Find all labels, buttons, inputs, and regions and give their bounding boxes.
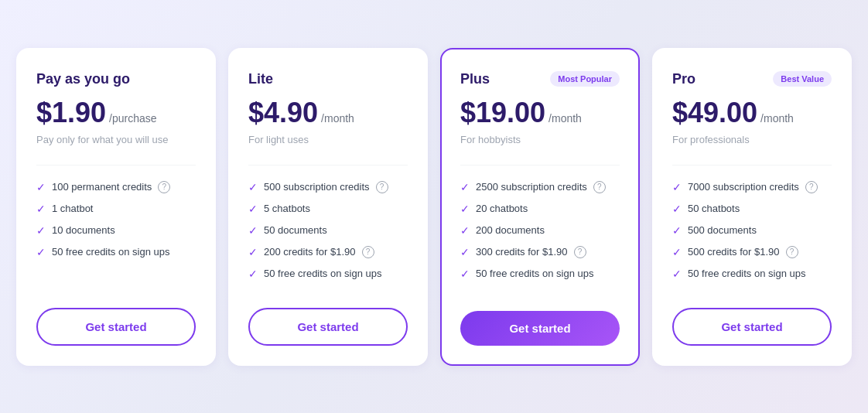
check-icon: ✓ bbox=[672, 246, 682, 258]
info-icon[interactable]: ? bbox=[158, 181, 170, 193]
check-icon: ✓ bbox=[248, 224, 258, 237]
feature-text: 300 credits for $1.90 bbox=[476, 246, 568, 258]
feature-text: 500 subscription credits bbox=[264, 181, 370, 193]
divider bbox=[248, 165, 408, 166]
plan-description-plus: For hobbyists bbox=[460, 134, 620, 149]
feature-text: 7000 subscription credits bbox=[688, 181, 799, 193]
features-list-pay-as-you-go: ✓ 100 permanent credits ? ✓ 1 chatbot ✓ … bbox=[36, 181, 196, 289]
info-icon[interactable]: ? bbox=[376, 181, 388, 193]
check-icon: ✓ bbox=[36, 181, 46, 193]
feature-item: ✓ 50 free credits on sign ups bbox=[248, 268, 408, 280]
feature-text: 50 free credits on sign ups bbox=[52, 246, 169, 258]
price-amount-pay-as-you-go: $1.90 bbox=[36, 97, 106, 129]
plan-name-pro: Pro bbox=[672, 71, 695, 87]
plan-name-pay-as-you-go: Pay as you go bbox=[36, 71, 130, 87]
plan-description-pay-as-you-go: Pay only for what you will use bbox=[36, 134, 196, 149]
check-icon: ✓ bbox=[460, 224, 470, 237]
feature-text: 50 free credits on sign ups bbox=[264, 268, 381, 279]
plan-badge-plus: Most Popular bbox=[550, 71, 620, 87]
features-list-lite: ✓ 500 subscription credits ? ✓ 5 chatbot… bbox=[248, 181, 408, 289]
check-icon: ✓ bbox=[248, 268, 258, 280]
feature-text: 500 documents bbox=[688, 224, 757, 236]
price-period-pro: /month bbox=[760, 112, 794, 125]
feature-item: ✓ 500 credits for $1.90 ? bbox=[672, 246, 832, 258]
pricing-container: Pay as you go $1.90 /purchase Pay only f… bbox=[16, 48, 852, 366]
feature-item: ✓ 500 documents bbox=[672, 224, 832, 237]
feature-item: ✓ 50 chatbots bbox=[672, 203, 832, 215]
plan-card-pro: Pro Best Value $49.00 /month For profess… bbox=[652, 48, 852, 366]
price-amount-lite: $4.90 bbox=[248, 97, 318, 129]
feature-text: 100 permanent credits bbox=[52, 181, 152, 193]
feature-item: ✓ 50 free credits on sign ups bbox=[36, 246, 196, 258]
plan-card-plus: Plus Most Popular $19.00 /month For hobb… bbox=[440, 48, 640, 366]
check-icon: ✓ bbox=[672, 203, 682, 215]
feature-item: ✓ 50 documents bbox=[248, 224, 408, 237]
plan-name-lite: Lite bbox=[248, 71, 273, 87]
plan-name-plus: Plus bbox=[460, 71, 490, 87]
cta-button-pay-as-you-go[interactable]: Get started bbox=[36, 308, 196, 346]
check-icon: ✓ bbox=[248, 181, 258, 193]
feature-text: 50 free credits on sign ups bbox=[476, 268, 593, 279]
feature-item: ✓ 500 subscription credits ? bbox=[248, 181, 408, 193]
check-icon: ✓ bbox=[460, 203, 470, 215]
info-icon[interactable]: ? bbox=[593, 181, 606, 193]
feature-item: ✓ 5 chatbots bbox=[248, 203, 408, 215]
feature-text: 500 credits for $1.90 bbox=[688, 246, 780, 258]
feature-item: ✓ 200 documents bbox=[460, 224, 620, 237]
price-row-pro: $49.00 /month bbox=[672, 97, 832, 129]
price-row-lite: $4.90 /month bbox=[248, 97, 408, 129]
plan-description-lite: For light uses bbox=[248, 134, 408, 149]
price-row-pay-as-you-go: $1.90 /purchase bbox=[36, 97, 196, 129]
feature-text: 10 documents bbox=[52, 224, 115, 236]
feature-item: ✓ 20 chatbots bbox=[460, 203, 620, 215]
divider bbox=[36, 165, 196, 166]
feature-text: 5 chatbots bbox=[264, 203, 310, 214]
features-list-pro: ✓ 7000 subscription credits ? ✓ 50 chatb… bbox=[672, 181, 832, 289]
check-icon: ✓ bbox=[460, 268, 470, 280]
feature-text: 1 chatbot bbox=[52, 203, 94, 214]
check-icon: ✓ bbox=[672, 224, 682, 237]
card-header: Lite bbox=[248, 71, 408, 87]
feature-item: ✓ 300 credits for $1.90 ? bbox=[460, 246, 620, 258]
plan-description-pro: For professionals bbox=[672, 134, 832, 149]
feature-item: ✓ 7000 subscription credits ? bbox=[672, 181, 832, 193]
feature-text: 20 chatbots bbox=[476, 203, 528, 214]
plan-card-lite: Lite $4.90 /month For light uses ✓ 500 s… bbox=[228, 48, 428, 366]
feature-text: 2500 subscription credits bbox=[476, 181, 587, 193]
feature-text: 200 credits for $1.90 bbox=[264, 246, 356, 258]
plan-card-pay-as-you-go: Pay as you go $1.90 /purchase Pay only f… bbox=[16, 48, 216, 366]
info-icon[interactable]: ? bbox=[574, 246, 586, 258]
price-period-plus: /month bbox=[548, 112, 582, 125]
check-icon: ✓ bbox=[248, 246, 258, 258]
check-icon: ✓ bbox=[36, 246, 46, 258]
card-header: Plus Most Popular bbox=[460, 71, 620, 87]
check-icon: ✓ bbox=[672, 181, 682, 193]
feature-text: 50 chatbots bbox=[688, 203, 740, 214]
cta-button-pro[interactable]: Get started bbox=[672, 308, 832, 346]
feature-item: ✓ 50 free credits on sign ups bbox=[672, 268, 832, 280]
features-list-plus: ✓ 2500 subscription credits ? ✓ 20 chatb… bbox=[460, 181, 620, 292]
check-icon: ✓ bbox=[36, 203, 46, 215]
info-icon[interactable]: ? bbox=[362, 246, 374, 258]
feature-text: 200 documents bbox=[476, 224, 545, 236]
price-period-lite: /month bbox=[321, 112, 354, 125]
price-row-plus: $19.00 /month bbox=[460, 97, 620, 129]
feature-text: 50 free credits on sign ups bbox=[688, 268, 805, 279]
divider bbox=[672, 165, 832, 166]
feature-item: ✓ 10 documents bbox=[36, 224, 196, 237]
price-amount-plus: $19.00 bbox=[460, 97, 545, 129]
info-icon[interactable]: ? bbox=[786, 246, 798, 258]
feature-item: ✓ 50 free credits on sign ups bbox=[460, 268, 620, 280]
feature-item: ✓ 2500 subscription credits ? bbox=[460, 181, 620, 193]
check-icon: ✓ bbox=[248, 203, 258, 215]
check-icon: ✓ bbox=[36, 224, 46, 237]
divider bbox=[460, 165, 620, 166]
feature-item: ✓ 100 permanent credits ? bbox=[36, 181, 196, 193]
check-icon: ✓ bbox=[672, 268, 682, 280]
cta-button-lite[interactable]: Get started bbox=[248, 308, 408, 346]
info-icon[interactable]: ? bbox=[805, 181, 818, 193]
check-icon: ✓ bbox=[460, 246, 470, 258]
feature-item: ✓ 200 credits for $1.90 ? bbox=[248, 246, 408, 258]
cta-button-plus[interactable]: Get started bbox=[460, 311, 620, 346]
feature-item: ✓ 1 chatbot bbox=[36, 203, 196, 215]
